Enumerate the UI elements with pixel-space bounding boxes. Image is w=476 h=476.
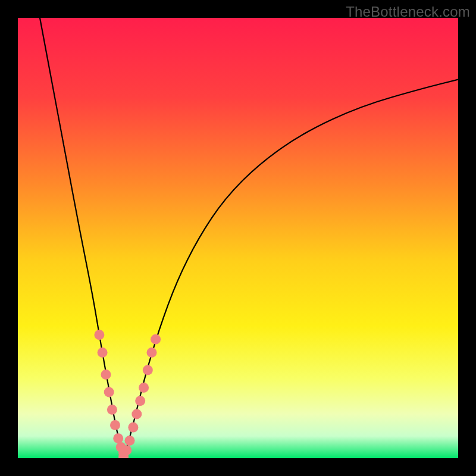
- curve-marker: [121, 445, 131, 455]
- curve-marker: [98, 347, 108, 358]
- curve-marker: [131, 409, 142, 419]
- curve-marker: [101, 369, 111, 380]
- plot-svg: [18, 18, 458, 458]
- watermark-text: TheBottleneck.com: [346, 4, 470, 20]
- plot-area: [18, 18, 458, 458]
- curve-marker: [135, 396, 145, 406]
- curve-marker: [110, 420, 120, 430]
- curve-marker: [128, 422, 138, 433]
- curve-marker: [139, 383, 149, 393]
- curve-marker: [147, 347, 157, 358]
- curve-marker: [125, 436, 135, 446]
- curve-marker: [104, 387, 114, 397]
- curve-marker: [94, 330, 104, 340]
- outer-frame: TheBottleneck.com: [0, 0, 476, 476]
- gradient-background: [18, 18, 458, 458]
- curve-marker: [113, 433, 123, 443]
- curve-marker: [107, 405, 117, 415]
- curve-marker: [143, 365, 153, 375]
- curve-marker: [151, 334, 161, 345]
